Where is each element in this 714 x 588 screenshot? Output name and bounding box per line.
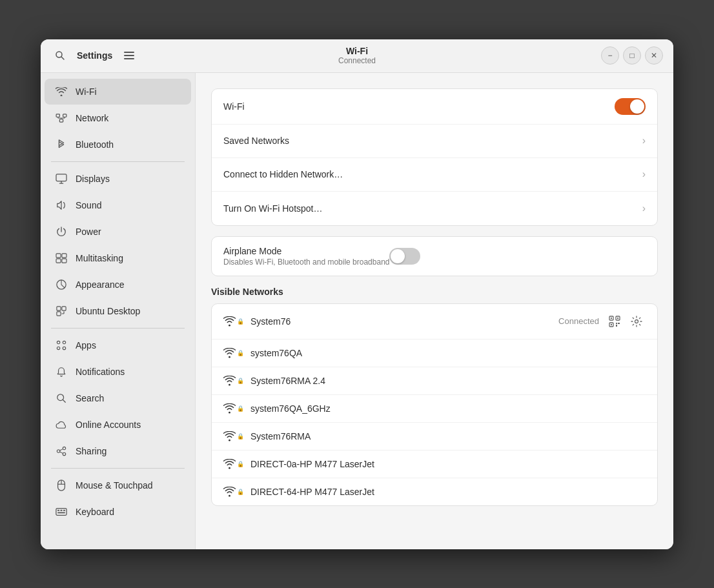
sidebar-item-multitasking[interactable]: Multitasking (45, 245, 191, 271)
network-name-system76: System76 (250, 316, 558, 327)
svg-rect-38 (56, 508, 66, 515)
svg-rect-16 (56, 253, 61, 257)
svg-rect-23 (57, 311, 61, 315)
saved-networks-label: Saved Networks (223, 136, 642, 146)
share-icon (55, 445, 68, 458)
airplane-mode-text: Airplane Mode Disables Wi-Fi, Bluetooth … (223, 246, 389, 267)
sidebar-item-ubuntu-desktop[interactable]: Ubuntu Desktop (45, 298, 191, 324)
svg-rect-2 (124, 52, 134, 53)
sidebar-item-wifi[interactable]: Wi-Fi (45, 79, 191, 105)
network-wifi-icon-system76: 🔒 (223, 316, 244, 327)
airplane-mode-toggle[interactable] (389, 248, 420, 265)
svg-point-31 (63, 452, 65, 455)
qr-icon-system76[interactable] (606, 312, 624, 330)
svg-rect-18 (56, 258, 61, 262)
airplane-mode-knob (391, 249, 405, 263)
svg-point-27 (63, 347, 65, 349)
svg-point-26 (57, 347, 59, 349)
network-name-system76rma24: System76RMA 2.4 (250, 376, 646, 386)
svg-point-30 (63, 447, 65, 449)
sidebar-separator-3 (51, 468, 185, 469)
hotspot-row[interactable]: Turn On Wi-Fi Hotspot… › (212, 192, 657, 225)
network-row-direct0a[interactable]: 🔒 DIRECT-0a-HP M477 LaserJet (212, 451, 657, 478)
sidebar-label-power: Power (76, 227, 101, 237)
sidebar-item-sharing[interactable]: Sharing (45, 438, 191, 464)
svg-rect-3 (124, 55, 134, 56)
sidebar-label-displays: Displays (76, 174, 110, 184)
keyboard-icon (55, 505, 68, 518)
sidebar-label-appearance: Appearance (76, 279, 125, 290)
svg-line-1 (61, 57, 64, 59)
titlebar: Settings Wi-Fi Connected − □ ✕ (41, 39, 673, 73)
sidebar-item-sound[interactable]: Sound (45, 192, 191, 218)
network-row-system76rma[interactable]: 🔒 System76RMA (212, 423, 657, 451)
connect-hidden-row[interactable]: Connect to Hidden Network… › (212, 158, 657, 192)
sidebar-label-sound: Sound (76, 200, 101, 210)
bell-icon (55, 365, 68, 378)
network-wifi-icon-direct64: 🔒 (223, 487, 244, 497)
mouse-icon (55, 479, 68, 492)
window-subtitle: Connected (338, 56, 376, 65)
sidebar: Wi-Fi Network (41, 73, 196, 549)
connect-hidden-chevron: › (642, 168, 646, 180)
network-row-system76rma24[interactable]: 🔒 System76RMA 2.4 (212, 367, 657, 395)
svg-rect-49 (616, 323, 617, 324)
sidebar-item-notifications[interactable]: Notifications (45, 359, 191, 385)
hotspot-chevron: › (642, 203, 646, 214)
svg-rect-47 (617, 318, 618, 319)
sidebar-separator-1 (51, 161, 185, 162)
airplane-mode-sublabel: Disables Wi-Fi, Bluetooth and mobile bro… (223, 258, 389, 267)
sidebar-label-network: Network (76, 113, 108, 123)
wifi-toggle-row[interactable]: Wi-Fi (212, 89, 657, 125)
close-button[interactable]: ✕ (645, 46, 663, 65)
ubuntu-icon (55, 305, 68, 318)
menu-icon[interactable] (120, 46, 138, 65)
titlebar-right: − □ ✕ (601, 46, 663, 65)
wifi-toggle[interactable] (615, 98, 646, 115)
sidebar-item-mouse-touchpad[interactable]: Mouse & Touchpad (45, 472, 191, 498)
sidebar-label-ubuntu-desktop: Ubuntu Desktop (76, 306, 140, 316)
sidebar-item-displays[interactable]: Displays (45, 166, 191, 192)
network-row-system76[interactable]: 🔒 System76 Connected (212, 304, 657, 340)
svg-rect-19 (62, 258, 66, 262)
display-icon (55, 172, 68, 185)
sidebar-item-bluetooth[interactable]: Bluetooth (45, 132, 191, 157)
sidebar-item-search[interactable]: Search (45, 385, 191, 411)
wifi-icon (55, 85, 68, 98)
svg-point-24 (57, 341, 59, 343)
svg-rect-48 (611, 324, 612, 325)
visible-networks-title: Visible Networks (211, 287, 658, 297)
network-row-system76qa[interactable]: 🔒 system76QA (212, 340, 657, 367)
sidebar-item-power[interactable]: Power (45, 219, 191, 245)
sidebar-item-network[interactable]: Network (45, 105, 191, 131)
svg-point-52 (635, 319, 638, 323)
svg-rect-22 (62, 306, 66, 310)
network-row-system76qa6ghz[interactable]: 🔒 system76QA_6GHz (212, 395, 657, 423)
sidebar-label-apps: Apps (76, 340, 96, 350)
svg-rect-51 (616, 325, 617, 327)
svg-line-29 (63, 400, 65, 402)
svg-rect-17 (62, 253, 66, 257)
search-icon[interactable] (51, 46, 69, 65)
content-area: Wi-Fi Network (41, 73, 673, 549)
wifi-toggle-knob (630, 99, 644, 114)
network-name-direct64: DIRECT-64-HP M477 LaserJet (250, 487, 646, 497)
multitasking-icon (55, 252, 68, 265)
sidebar-item-appearance[interactable]: Appearance (45, 272, 191, 298)
sidebar-label-notifications: Notifications (76, 367, 125, 377)
network-name-direct0a: DIRECT-0a-HP M477 LaserJet (250, 459, 646, 469)
sidebar-item-apps[interactable]: Apps (45, 332, 191, 358)
saved-networks-row[interactable]: Saved Networks › (212, 125, 657, 158)
sidebar-label-search: Search (76, 393, 104, 403)
app-title: Settings (77, 50, 112, 61)
minimize-button[interactable]: − (601, 46, 619, 65)
sidebar-item-online-accounts[interactable]: Online Accounts (45, 412, 191, 438)
maximize-button[interactable]: □ (623, 46, 641, 65)
settings-icon-system76[interactable] (627, 312, 646, 330)
svg-line-33 (60, 449, 63, 450)
titlebar-center: Wi-Fi Connected (338, 46, 376, 65)
airplane-mode-row[interactable]: Airplane Mode Disables Wi-Fi, Bluetooth … (212, 237, 657, 276)
network-row-direct64[interactable]: 🔒 DIRECT-64-HP M477 LaserJet (212, 478, 657, 505)
svg-rect-42 (57, 512, 65, 513)
sidebar-item-keyboard[interactable]: Keyboard (45, 499, 191, 525)
